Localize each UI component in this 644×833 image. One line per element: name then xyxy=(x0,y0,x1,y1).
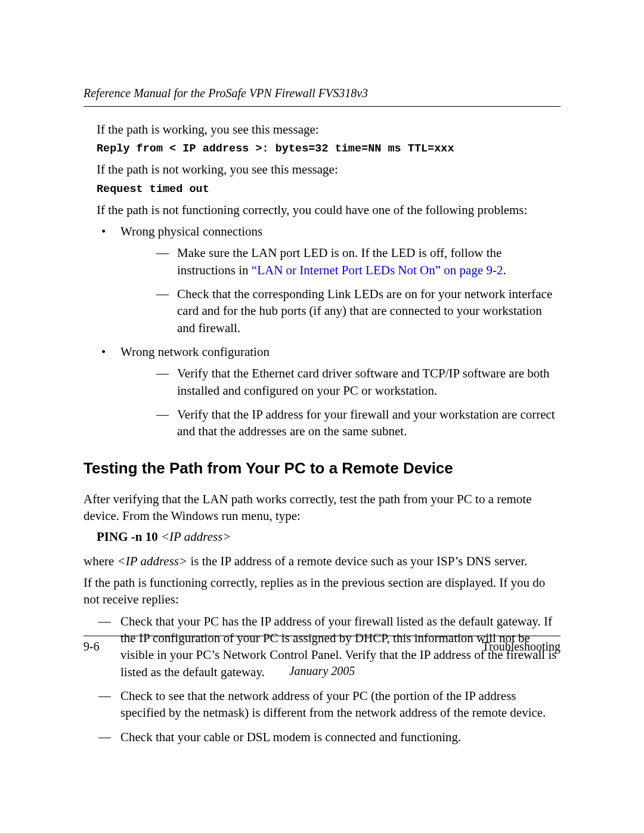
sub-list: Verify that the Ethernet card driver sof… xyxy=(120,365,561,439)
command-bold: PING -n 10 xyxy=(97,529,161,544)
bullet-label: Wrong physical connections xyxy=(120,224,262,239)
sub-list-item: Verify that the IP address for your fire… xyxy=(120,406,561,440)
text-fragment: . xyxy=(503,263,506,277)
running-header: Reference Manual for the ProSafe VPN Fir… xyxy=(83,86,561,100)
command-line: PING -n 10 <IP address> xyxy=(97,529,561,544)
manual-page: Reference Manual for the ProSafe VPN Fir… xyxy=(0,0,644,833)
sub-list-item: Verify that the Ethernet card driver sof… xyxy=(120,365,561,399)
sub-list-item: Check that your cable or DSL modem is co… xyxy=(83,729,561,745)
sub-list-item: Make sure the LAN port LED is on. If the… xyxy=(120,244,561,278)
body-text: If the path is functioning correctly, re… xyxy=(83,574,561,608)
sub-list-item: Check to see that the network address of… xyxy=(83,688,561,721)
text-fragment: is the IP address of a remote device suc… xyxy=(187,554,527,568)
section-label: Troubleshooting xyxy=(482,640,561,654)
command-arg: <IP address> xyxy=(161,529,231,544)
bullet-label: Wrong network configuration xyxy=(120,345,270,359)
page-number: 9-6 xyxy=(83,640,100,654)
body-text: If the path is not working, you see this… xyxy=(97,161,561,178)
body-text: If the path is not functioning correctly… xyxy=(97,202,561,218)
sub-list: Make sure the LAN port LED is on. If the… xyxy=(120,244,561,336)
body-text: After verifying that the LAN path works … xyxy=(83,491,561,525)
list-item: Wrong network configuration Verify that … xyxy=(83,343,561,440)
footer-row: 9-6 Troubleshooting xyxy=(83,640,561,654)
page-footer: 9-6 Troubleshooting January 2005 xyxy=(83,636,561,678)
code-timeout: Request timed out xyxy=(97,183,561,196)
inline-arg: <IP address> xyxy=(117,554,188,568)
text-fragment: where xyxy=(83,554,117,568)
code-reply: Reply from < IP address >: bytes=32 time… xyxy=(97,143,561,155)
sub-list-item: Check that the corresponding Link LEDs a… xyxy=(120,286,561,336)
list-item: Wrong physical connections Make sure the… xyxy=(83,223,561,336)
footer-date: January 2005 xyxy=(83,664,561,678)
problem-list: Wrong physical connections Make sure the… xyxy=(83,223,561,440)
cross-reference-link[interactable]: “LAN or Internet Port LEDs Not On” on pa… xyxy=(252,263,503,277)
reply-checklist: Check that your PC has the IP address of… xyxy=(83,613,561,745)
body-text: If the path is working, you see this mes… xyxy=(97,121,561,138)
footer-rule xyxy=(83,636,561,636)
section-heading: Testing the Path from Your PC to a Remot… xyxy=(83,459,561,478)
body-text: where <IP address> is the IP address of … xyxy=(83,553,561,569)
header-rule xyxy=(83,106,561,107)
